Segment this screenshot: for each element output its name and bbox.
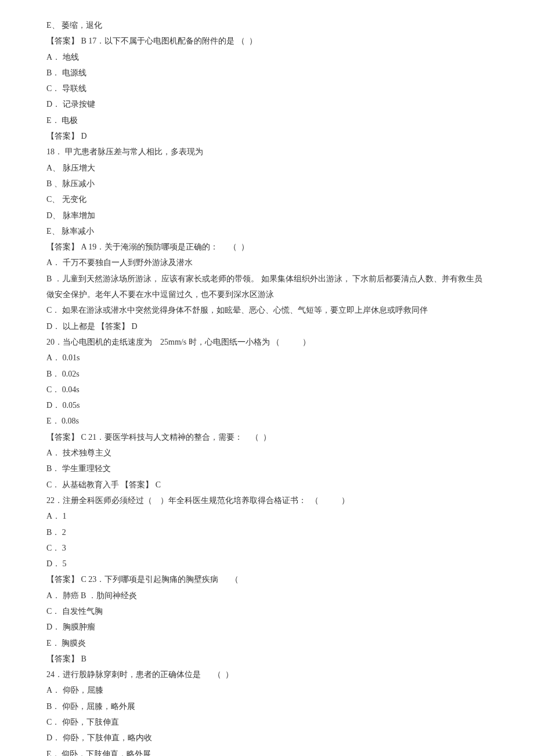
text-line: 【答案】 C 23．下列哪项是引起胸痛的胸壁疾病 （: [46, 571, 488, 587]
text-line: C． 导联线: [46, 81, 488, 96]
text-line: B 、脉压减小: [46, 176, 488, 191]
text-line: B． 2: [46, 525, 488, 540]
document-page: E、 萎缩，退化【答案】 B 17．以下不属于心电图机配备的附件的是 （ ）A．…: [0, 0, 534, 756]
text-line: 18． 甲亢患者脉压差与常人相比，多表现为: [46, 144, 488, 160]
text-line: A． 仰卧，屈膝: [46, 682, 488, 698]
text-line: B． 仰卧，屈膝，略外展: [46, 699, 488, 714]
text-line: E． 0.08s: [46, 413, 488, 429]
text-line: E． 胸膜炎: [46, 635, 488, 651]
text-line: D． 胸膜肿瘤: [46, 619, 488, 635]
text-line: B． 学生重理轻文: [46, 461, 488, 476]
text-line: B． 0.02s: [46, 366, 488, 382]
text-line: E． 仰卧，下肢伸直，略外展: [46, 746, 488, 756]
text-line: A． 肺癌 B ．肋间神经炎: [46, 588, 488, 603]
text-line: 【答案】 C 21．要医学科技与人文精神的整合，需要： （ ）: [46, 429, 488, 445]
text-line: 【答案】 A 19．关于淹溺的预防哪项是正确的： （ ）: [46, 239, 488, 255]
text-line: A． 1: [46, 508, 488, 524]
text-line: B ．儿童到天然游泳场所游泳， 应该有家长或老师的带领。 如果集体组织外出游泳，…: [46, 271, 488, 303]
text-line: C、 无变化: [46, 191, 488, 207]
text-line: A． 地线: [46, 49, 488, 65]
text-line: D、 脉率增加: [46, 208, 488, 223]
text-line: C． 仰卧，下肢伸直: [46, 714, 488, 730]
text-line: D． 5: [46, 556, 488, 571]
text-line: A． 技术独尊主义: [46, 445, 488, 461]
text-line: 【答案】 B 17．以下不属于心电图机配备的附件的是 （ ）: [46, 33, 488, 49]
text-line: C． 0.04s: [46, 382, 488, 397]
text-line: E． 电极: [46, 113, 488, 128]
text-line: D． 记录按键: [46, 96, 488, 112]
text-line: C． 3: [46, 540, 488, 556]
text-line: C． 如果在游泳或潜水中突然觉得身体不舒服，如眩晕、恶心、心慌、气短等，要立即上…: [46, 302, 488, 318]
text-line: E、 萎缩，退化: [46, 17, 488, 33]
text-line: 22．注册全科医师必须经过（ ）年全科医生规范化培养取得合格证书： （ ）: [46, 493, 488, 508]
text-line: A． 千万不要独自一人到野外游泳及潜水: [46, 255, 488, 270]
text-line: 【答案】 B: [46, 651, 488, 667]
text-line: A． 0.01s: [46, 350, 488, 366]
text-line: 【答案】 D: [46, 128, 488, 144]
text-line: D． 以上都是 【答案】 D: [46, 319, 488, 334]
text-line: 24．进行股静脉穿刺时，患者的正确体位是 （ ）: [46, 667, 488, 682]
text-line: D． 仰卧，下肢伸直，略内收: [46, 730, 488, 746]
text-line: 20．当心电图机的走纸速度为 25mm/s 时，心电图纸一小格为 （ ）: [46, 334, 488, 350]
text-line: D． 0.05s: [46, 397, 488, 413]
text-line: B． 电源线: [46, 65, 488, 81]
text-line: C． 从基础教育入手 【答案】 C: [46, 477, 488, 493]
text-line: C． 自发性气胸: [46, 603, 488, 619]
text-line: A、 脉压增大: [46, 160, 488, 176]
text-line: E、 脉率减小: [46, 223, 488, 239]
